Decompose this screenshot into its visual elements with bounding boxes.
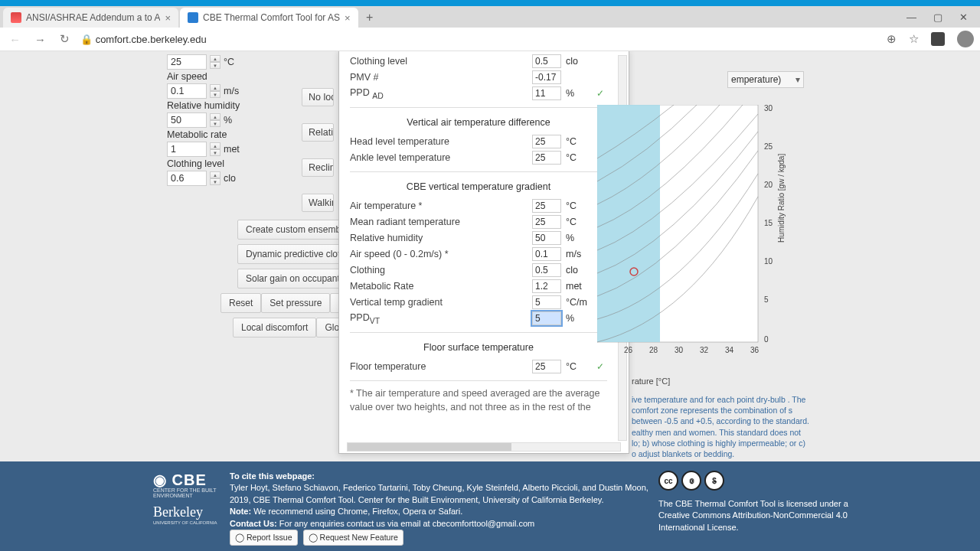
field-label: PPDVT: [350, 312, 532, 325]
clothing-dropdown[interactable]: Walking: [302, 194, 334, 212]
spinner[interactable]: ▲▼: [210, 142, 220, 156]
field-label: Ankle level temperature: [350, 152, 532, 163]
close-icon[interactable]: ×: [165, 12, 171, 24]
github-icon: ◯: [235, 532, 244, 543]
head-temp-field[interactable]: 25: [532, 135, 561, 148]
local-control-dropdown[interactable]: No loca: [302, 88, 334, 106]
air-temp-field[interactable]: 25: [532, 199, 561, 213]
relative-humidity-input[interactable]: 50: [167, 112, 207, 128]
unit-label: °C: [566, 217, 593, 227]
unit-label: m/s: [566, 249, 593, 259]
page-footer: ◉ CBE CENTER FOR THE BUILT ENVIRONMENT B…: [0, 461, 980, 551]
unit-label: met: [224, 144, 240, 155]
svg-text:Humidity Ratio [gw / kgda]: Humidity Ratio [gw / kgda]: [777, 154, 786, 243]
field-label: Floor temperature: [350, 361, 532, 372]
unit-label: °C: [224, 57, 234, 67]
pmv-field[interactable]: -0.17: [532, 70, 561, 84]
star-icon[interactable]: ☆: [909, 32, 919, 46]
svg-text:32: 32: [700, 346, 709, 354]
humidity-dropdown[interactable]: Relative: [302, 123, 334, 142]
new-tab-button[interactable]: +: [360, 8, 380, 28]
tab-title: ANSI/ASHRAE Addendum a to A: [26, 12, 160, 23]
spinner[interactable]: ▲▼: [210, 113, 220, 127]
local-discomfort-panel: Clothing level0.5clo PMV #-0.17 PPD AD11…: [338, 51, 629, 454]
metabolic-field[interactable]: 1.2: [532, 279, 561, 293]
svg-marker-1: [597, 105, 660, 342]
unit-label: %: [224, 115, 232, 126]
field-label: Clothing level: [350, 56, 532, 67]
clothing-level-input[interactable]: 0.6: [167, 171, 207, 186]
spinner[interactable]: ▲▼: [210, 171, 220, 185]
spinner[interactable]: ▲▼: [210, 55, 220, 69]
solar-gain-button[interactable]: Solar gain on occupants: [237, 269, 353, 289]
request-feature-button[interactable]: ◯Request New Feature: [303, 530, 403, 546]
extension-icon[interactable]: [931, 32, 945, 46]
air-speed-field[interactable]: 0.1: [532, 247, 561, 261]
local-discomfort-button[interactable]: Local discomfort: [233, 318, 316, 337]
unit-label: clo: [224, 173, 236, 184]
browser-tab-2[interactable]: CBE Thermal Comfort Tool for AS ×: [180, 8, 358, 28]
vtg-field[interactable]: 5: [532, 295, 561, 309]
close-icon[interactable]: ×: [345, 12, 351, 24]
svg-text:26: 26: [624, 346, 633, 354]
tab-title: CBE Thermal Comfort Tool for AS: [203, 12, 340, 23]
report-issue-button[interactable]: ◯Report Issue: [230, 530, 298, 546]
maximize-icon[interactable]: ▢: [933, 11, 942, 23]
svg-text:28: 28: [649, 346, 658, 354]
mrt-field[interactable]: 25: [532, 215, 561, 229]
floor-temp-field[interactable]: 25: [532, 360, 561, 373]
nc-icon: $: [704, 471, 724, 491]
temperature-input[interactable]: 25: [167, 54, 207, 70]
section-title: CBE vertical temperature gradient: [350, 181, 607, 192]
reload-icon[interactable]: ↻: [57, 31, 73, 47]
scrollbar-thumb[interactable]: [348, 443, 511, 451]
footer-license: cc 🄯 $ The CBE Thermal Comfort Tool is l…: [658, 471, 903, 551]
window-titlebar: [0, 0, 980, 6]
back-icon[interactable]: ←: [6, 31, 24, 47]
by-icon: 🄯: [681, 471, 701, 491]
field-label: PMV #: [350, 72, 532, 83]
reset-button[interactable]: Reset: [220, 293, 261, 313]
chart-selector[interactable]: emperature): [727, 71, 804, 88]
ankle-temp-field[interactable]: 25: [532, 151, 561, 165]
spinner[interactable]: ▲▼: [210, 84, 220, 98]
ppd-field[interactable]: 11: [532, 86, 561, 100]
activity-dropdown[interactable]: Reclinin: [302, 158, 334, 177]
favicon-icon: [188, 12, 198, 23]
set-pressure-button[interactable]: Set pressure: [261, 293, 330, 313]
svg-text:34: 34: [725, 346, 734, 354]
unit-label: %: [566, 88, 593, 99]
chart-area: emperature) 30 25 20 15 10 5 0 26 28 30 …: [597, 59, 804, 426]
url-text: comfort.cbe.berkeley.edu: [96, 34, 207, 45]
forward-icon[interactable]: →: [31, 31, 49, 47]
clothing-field[interactable]: 0.5: [532, 263, 561, 277]
field-label: Head level temperature: [350, 136, 532, 147]
field-label: Vertical temp gradient: [350, 297, 532, 308]
clothing-level-field[interactable]: 0.5: [532, 54, 561, 68]
browser-tab-1[interactable]: ANSI/ASHRAE Addendum a to A ×: [3, 8, 178, 28]
air-speed-input[interactable]: 0.1: [167, 83, 207, 99]
lock-icon: 🔒: [80, 34, 93, 45]
field-label: Metabolic Rate: [350, 281, 532, 292]
minimize-icon[interactable]: —: [906, 11, 916, 23]
unit-label: m/s: [224, 86, 239, 96]
url-display[interactable]: 🔒 comfort.cbe.berkeley.edu: [80, 34, 207, 45]
profile-icon[interactable]: [957, 31, 974, 47]
github-icon: ◯: [309, 532, 318, 543]
horizontal-scrollbar[interactable]: [347, 442, 621, 452]
field-label: PPD AD: [350, 87, 532, 100]
svg-text:30: 30: [675, 346, 684, 354]
section-title: Vertical air temperature difference: [350, 117, 607, 128]
metabolic-rate-input[interactable]: 1: [167, 142, 207, 157]
ppdvt-field[interactable]: 5: [532, 311, 561, 325]
zoom-icon[interactable]: ⊕: [887, 32, 897, 46]
cc-icon: cc: [658, 471, 678, 491]
panel-scroll[interactable]: Clothing level0.5clo PMV #-0.17 PPD AD11…: [339, 51, 618, 442]
field-label: Mean radiant temperature: [350, 217, 532, 227]
rh-field[interactable]: 50: [532, 231, 561, 245]
chart-caption: ive temperature and for each point dry-b…: [632, 394, 812, 459]
field-label: Air temperature *: [350, 201, 532, 211]
close-window-icon[interactable]: ✕: [959, 11, 968, 23]
svg-text:30: 30: [764, 105, 773, 112]
unit-label: °C: [566, 136, 593, 147]
